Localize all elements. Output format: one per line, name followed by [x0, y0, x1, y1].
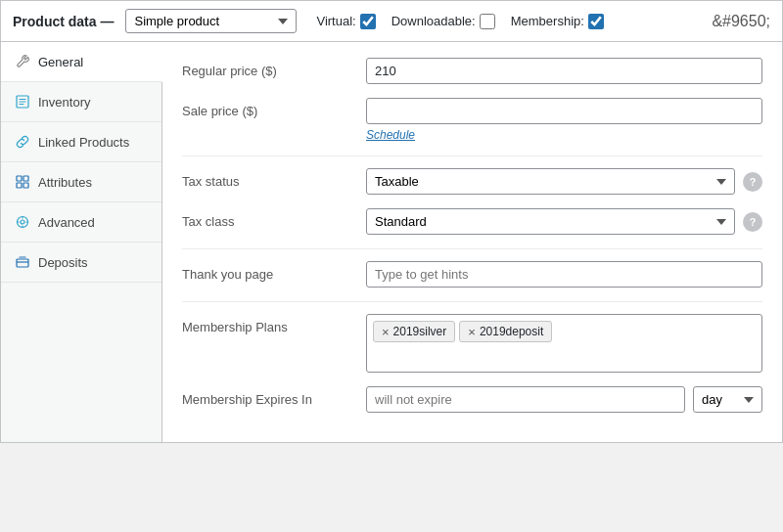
- svg-point-6: [21, 220, 24, 224]
- tax-status-select[interactable]: TaxableShipping onlyNone: [366, 168, 735, 195]
- sidebar-item-attributes-label: Attributes: [38, 175, 92, 190]
- content-area: Regular price ($) Sale price ($) Schedul…: [162, 42, 782, 442]
- tax-class-select[interactable]: StandardReduced rateZero rate: [366, 208, 735, 235]
- separator-2: [182, 248, 762, 249]
- wrench-icon: [15, 54, 30, 69]
- sidebar-item-advanced[interactable]: Advanced: [1, 202, 161, 243]
- tax-status-row: Tax status TaxableShipping onlyNone ?: [182, 168, 762, 195]
- sidebar-item-linked-label: Linked Products: [38, 135, 129, 150]
- membership-expires-input[interactable]: [366, 386, 685, 413]
- membership-expires-label: Membership Expires In: [182, 386, 358, 407]
- sidebar-item-inventory-label: Inventory: [38, 95, 90, 110]
- membership-expires-wrap: dayweekmonthyear: [366, 386, 762, 413]
- virtual-label: Virtual:: [316, 14, 355, 28]
- tag-2019silver-label: 2019silver: [393, 325, 447, 338]
- sidebar-item-general-label: General: [38, 55, 83, 69]
- tax-class-help-icon[interactable]: ?: [743, 212, 762, 232]
- tax-class-label: Tax class: [182, 208, 358, 229]
- sale-price-input[interactable]: [366, 98, 762, 124]
- regular-price-input[interactable]: [366, 58, 762, 84]
- panel-title: Product data —: [13, 14, 114, 29]
- sale-price-label: Sale price ($): [182, 98, 358, 118]
- downloadable-checkbox[interactable]: [480, 14, 495, 29]
- regular-price-label: Regular price ($): [182, 58, 358, 78]
- downloadable-option: Downloadable:: [392, 14, 495, 29]
- regular-price-wrap: [366, 58, 762, 84]
- membership-checkbox[interactable]: [588, 14, 604, 29]
- sidebar-item-deposits-label: Deposits: [38, 255, 88, 270]
- sidebar-item-linked-products[interactable]: Linked Products: [1, 122, 161, 162]
- panel-header: Product data — Simple productVariable pr…: [1, 0, 782, 42]
- thankyou-row: Thank you page: [182, 261, 762, 288]
- inventory-icon: [15, 94, 30, 110]
- tag-2019deposit-remove[interactable]: ×: [468, 326, 476, 338]
- collapse-arrow[interactable]: &#9650;: [712, 13, 770, 30]
- product-data-panel: Product data — Simple productVariable pr…: [0, 0, 783, 443]
- tax-status-help-icon[interactable]: ?: [743, 172, 762, 192]
- svg-rect-1: [17, 176, 22, 181]
- membership-option: Membership:: [511, 14, 604, 29]
- sidebar-item-deposits[interactable]: Deposits: [1, 243, 161, 283]
- tax-status-wrap: TaxableShipping onlyNone ?: [366, 168, 762, 195]
- tag-2019silver-remove[interactable]: ×: [382, 326, 390, 338]
- thankyou-label: Thank you page: [182, 261, 358, 282]
- membership-plans-row: Membership Plans × 2019silver × 2019depo…: [182, 314, 762, 373]
- membership-expires-row: Membership Expires In dayweekmonthyear: [182, 386, 762, 413]
- separator-3: [182, 301, 762, 302]
- virtual-checkbox[interactable]: [360, 14, 376, 29]
- tax-class-wrap: StandardReduced rateZero rate ?: [366, 208, 762, 235]
- thankyou-input[interactable]: [366, 261, 762, 288]
- downloadable-label: Downloadable:: [392, 14, 476, 28]
- membership-label: Membership:: [511, 14, 584, 28]
- deposits-icon: [15, 254, 30, 270]
- membership-expires-unit-select[interactable]: dayweekmonthyear: [693, 386, 762, 413]
- svg-rect-7: [17, 259, 28, 267]
- sidebar-item-inventory[interactable]: Inventory: [1, 82, 161, 122]
- svg-rect-2: [23, 176, 28, 181]
- linked-icon: [15, 134, 30, 150]
- sale-price-row: Sale price ($) Schedule: [182, 98, 762, 142]
- membership-plans-wrap: × 2019silver × 2019deposit: [366, 314, 762, 373]
- sidebar-item-advanced-label: Advanced: [38, 215, 95, 230]
- virtual-option: Virtual:: [316, 14, 375, 29]
- svg-rect-3: [17, 183, 22, 188]
- thankyou-wrap: [366, 261, 762, 288]
- sale-price-wrap: Schedule: [366, 98, 762, 142]
- membership-plans-tags-container[interactable]: × 2019silver × 2019deposit: [366, 314, 762, 373]
- panel-body: General Inventory Link: [1, 42, 782, 442]
- sidebar: General Inventory Link: [1, 42, 162, 442]
- regular-price-row: Regular price ($): [182, 58, 762, 84]
- sidebar-item-attributes[interactable]: Attributes: [1, 162, 161, 202]
- membership-plans-label: Membership Plans: [182, 314, 358, 334]
- header-options: Virtual: Downloadable: Membership:: [316, 14, 603, 29]
- schedule-link[interactable]: Schedule: [366, 128, 415, 142]
- attributes-icon: [15, 174, 30, 190]
- separator-1: [182, 155, 762, 156]
- tag-2019silver: × 2019silver: [373, 321, 455, 342]
- tag-2019deposit: × 2019deposit: [459, 321, 552, 342]
- sidebar-item-general[interactable]: General: [1, 42, 162, 82]
- svg-rect-4: [23, 183, 28, 188]
- product-type-select[interactable]: Simple productVariable productGrouped pr…: [125, 9, 297, 33]
- tag-2019deposit-label: 2019deposit: [480, 325, 543, 338]
- advanced-icon: [15, 214, 30, 230]
- tax-class-row: Tax class StandardReduced rateZero rate …: [182, 208, 762, 235]
- tax-status-label: Tax status: [182, 168, 358, 189]
